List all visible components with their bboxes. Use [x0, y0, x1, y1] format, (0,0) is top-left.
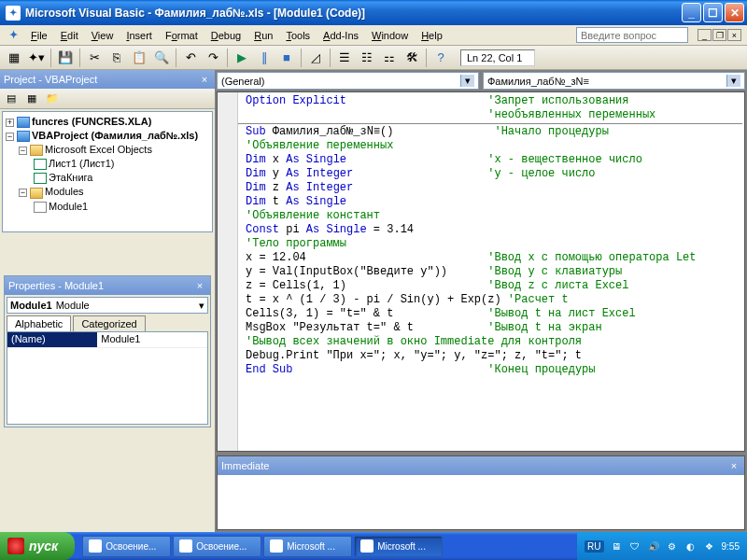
object-browser-button[interactable]: ⚏: [379, 48, 400, 68]
project-pane-close-icon[interactable]: ×: [198, 73, 211, 86]
immediate-body[interactable]: [218, 475, 744, 529]
vb-icon: ✦: [6, 28, 21, 43]
copy-button[interactable]: ⎘: [106, 48, 127, 68]
tray-icon[interactable]: 🔊: [647, 539, 660, 553]
tree-node-thisbook[interactable]: ЭтаКнига: [6, 171, 209, 185]
immediate-window[interactable]: Immediate ×: [217, 455, 745, 530]
immediate-close-icon[interactable]: ×: [727, 459, 740, 472]
tray-icon[interactable]: ◐: [684, 539, 698, 553]
immediate-header[interactable]: Immediate ×: [218, 456, 744, 475]
tab-alphabetic[interactable]: Alphabetic: [7, 315, 71, 331]
menu-tools[interactable]: Tools: [279, 28, 317, 43]
tray-icon[interactable]: 🛡: [628, 539, 641, 553]
window-titlebar: ✦ Microsoft Visual Basic - Фамилия_лаб№.…: [0, 0, 747, 25]
tray-icon[interactable]: ⚙: [666, 539, 679, 553]
view-excel-button[interactable]: ▦: [4, 48, 24, 68]
properties-close-icon[interactable]: ×: [193, 279, 206, 292]
property-row-name: (Name) Module1: [7, 332, 207, 348]
dropdown-icon: ▾: [199, 300, 204, 312]
mdi-minimize-button[interactable]: _: [698, 29, 712, 41]
task-icon: [360, 539, 374, 553]
object-dropdown[interactable]: (General)▾: [217, 72, 479, 90]
cut-button[interactable]: ✂: [84, 48, 105, 68]
design-mode-button[interactable]: ◿: [305, 48, 326, 68]
minimize-button[interactable]: _: [682, 3, 701, 22]
tray-icon[interactable]: 🖥: [610, 539, 623, 553]
tree-node-funcres[interactable]: +funcres (FUNCRES.XLA): [6, 115, 209, 129]
save-button[interactable]: 💾: [55, 48, 76, 68]
window-title: Microsoft Visual Basic - Фамилия_лаб№.xl…: [25, 7, 682, 20]
procedure-dropdown[interactable]: Фамилия_лаб№_зN≡▾: [483, 72, 745, 90]
system-tray[interactable]: RU 🖥 🛡 🔊 ⚙ ◐ ❖ 9:55: [577, 532, 747, 560]
project-pane-header[interactable]: Project - VBAProject ×: [0, 70, 215, 89]
paste-button[interactable]: 📋: [129, 48, 149, 68]
undo-button[interactable]: ↶: [180, 48, 201, 68]
task-icon: [270, 539, 283, 553]
cursor-position: Ln 22, Col 1: [460, 49, 535, 66]
menu-help[interactable]: Help: [415, 28, 449, 43]
tray-icon[interactable]: ❖: [703, 539, 716, 553]
menu-window[interactable]: Window: [365, 28, 415, 43]
tree-node-sheet1[interactable]: Лист1 (Лист1): [6, 157, 209, 171]
project-pane-title: Project - VBAProject: [4, 74, 97, 85]
taskbar-task[interactable]: Microsoft ...: [263, 536, 352, 557]
tree-node-excel-objects[interactable]: −Microsoft Excel Objects: [6, 143, 209, 157]
menu-insert[interactable]: Insert: [120, 28, 159, 43]
break-button[interactable]: ‖: [254, 48, 275, 68]
chevron-down-icon: ▾: [460, 75, 474, 87]
main-toolbar: ▦ ✦▾ 💾 ✂ ⎘ 📋 🔍 ↶ ↷ ▶ ‖ ■ ◿ ☰ ☷ ⚏ 🛠 ? Ln …: [0, 46, 747, 70]
tree-node-modules[interactable]: −Modules: [6, 185, 209, 199]
menu-view[interactable]: View: [85, 28, 120, 43]
menu-bar: ✦ File Edit View Insert Format Debug Run…: [0, 25, 747, 46]
taskbar-task[interactable]: Microsoft ...: [354, 536, 443, 557]
menu-format[interactable]: Format: [159, 28, 204, 43]
find-button[interactable]: 🔍: [151, 48, 172, 68]
maximize-button[interactable]: ☐: [703, 3, 723, 22]
toggle-folders-button[interactable]: 📁: [43, 91, 62, 107]
properties-header[interactable]: Properties - Module1 ×: [5, 276, 210, 295]
mdi-restore-button[interactable]: ❐: [712, 29, 726, 41]
insert-dropdown-button[interactable]: ✦▾: [26, 48, 47, 68]
toolbox-button[interactable]: 🛠: [402, 48, 422, 68]
taskbar-task[interactable]: Освоение...: [82, 536, 171, 557]
redo-button[interactable]: ↷: [203, 48, 223, 68]
menu-run[interactable]: Run: [247, 28, 279, 43]
properties-title: Properties - Module1: [8, 280, 104, 291]
clock[interactable]: 9:55: [722, 541, 740, 552]
tree-node-module1[interactable]: Module1: [6, 200, 209, 214]
mdi-close-button[interactable]: ×: [727, 29, 741, 41]
project-explorer-button[interactable]: ☰: [334, 48, 355, 68]
tab-categorized[interactable]: Categorized: [73, 315, 145, 331]
menu-addins[interactable]: Add-Ins: [317, 28, 365, 43]
code-editor[interactable]: Option Explicit 'Запрет использования 'н…: [217, 91, 745, 452]
properties-object-selector[interactable]: Module1Module ▾: [7, 297, 208, 314]
view-code-button[interactable]: ▤: [2, 91, 21, 107]
language-indicator[interactable]: RU: [585, 540, 603, 553]
run-button[interactable]: ▶: [232, 48, 252, 68]
windows-logo-icon: [7, 538, 24, 554]
chevron-down-icon: ▾: [726, 75, 740, 87]
property-name-label: (Name): [7, 332, 97, 347]
reset-button[interactable]: ■: [276, 48, 297, 68]
project-tree[interactable]: +funcres (FUNCRES.XLA) −VBAProject (Фами…: [2, 111, 213, 232]
code-gutter: [218, 92, 238, 451]
app-icon: ✦: [6, 6, 21, 21]
help-search-input[interactable]: [576, 27, 688, 43]
properties-grid[interactable]: (Name) Module1: [7, 331, 208, 425]
project-toolbar: ▤ ▦ 📁: [0, 89, 215, 109]
tree-node-vbaproject[interactable]: −VBAProject (Фамилия_лаб№.xls): [6, 129, 209, 143]
start-button[interactable]: пуск: [0, 532, 75, 560]
taskbar-task[interactable]: Освоение...: [173, 536, 261, 557]
view-object-button[interactable]: ▦: [22, 91, 41, 107]
property-name-value[interactable]: Module1: [97, 332, 207, 347]
menu-edit[interactable]: Edit: [54, 28, 85, 43]
menu-debug[interactable]: Debug: [204, 28, 247, 43]
properties-window: Properties - Module1 × Module1Module ▾ A…: [4, 275, 211, 427]
task-icon: [89, 539, 102, 553]
task-icon: [179, 539, 192, 553]
help-button[interactable]: ?: [430, 48, 451, 68]
close-button[interactable]: ✕: [725, 3, 744, 22]
menu-file[interactable]: File: [24, 28, 54, 43]
windows-taskbar: пуск Освоение...Освоение...Microsoft ...…: [0, 532, 747, 560]
properties-window-button[interactable]: ☷: [357, 48, 377, 68]
